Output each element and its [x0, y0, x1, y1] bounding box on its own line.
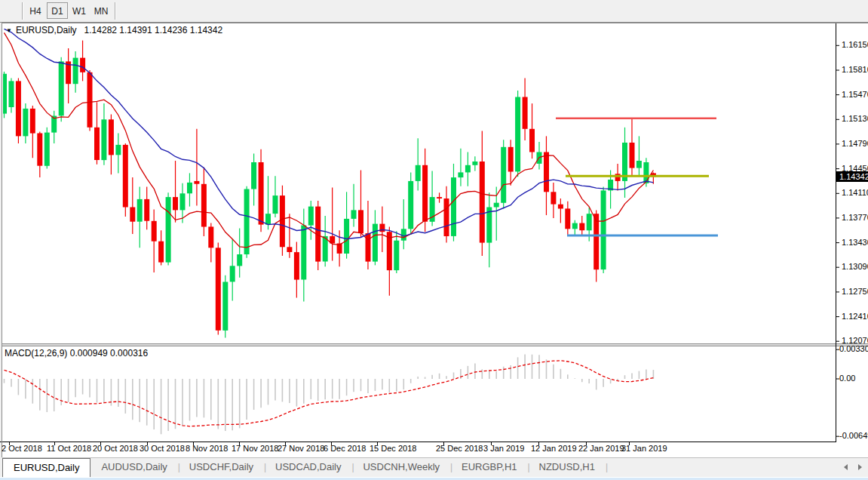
chart-title-ohlc: 1.14282 1.14391 1.14236 1.14342 — [84, 25, 223, 35]
date-axis-label: 17 Nov 2018 — [232, 444, 278, 453]
price-axis-label: 1.15470 — [842, 90, 868, 99]
price-axis-label: 1.13770 — [842, 213, 868, 222]
tab-scroll-arrows — [844, 464, 862, 470]
macd-axis-label: -0.00649 — [839, 431, 868, 440]
chart-tab-nzdusd-h1[interactable]: NZDUSD,H1 — [529, 458, 606, 477]
price-axis-label: 1.12410 — [842, 312, 868, 321]
macd-histogram — [5, 354, 654, 434]
date-axis-label: 25 Dec 2018 — [436, 444, 483, 453]
window-bottom-edge — [0, 477, 868, 480]
chart-tab-bar: EURUSD,DailyAUDUSD,Daily|USDCHF,Daily|US… — [2, 457, 868, 477]
date-axis-label: 20 Oct 2018 — [93, 444, 138, 453]
date-axis-label: 15 Dec 2018 — [370, 444, 416, 453]
date-axis-label: 6 Dec 2018 — [324, 444, 366, 453]
chart-tab-usdcnh-weekly[interactable]: USDCNH,Weekly — [352, 458, 450, 477]
current-price-tag: 1.14342 — [836, 171, 868, 182]
chart-tab-usdcad-daily[interactable]: USDCAD,Daily — [265, 458, 351, 477]
date-axis-label: 3 Jan 2019 — [483, 444, 524, 453]
macd-signal-line — [5, 361, 654, 426]
date-axis-label: 2 Oct 2018 — [2, 444, 42, 453]
price-axis-label: 1.15130 — [842, 114, 868, 123]
chart-menu-icon[interactable]: ▼ — [6, 27, 12, 34]
macd-values: 0.000949 0.000316 — [70, 348, 148, 358]
date-axis-label: 8 Nov 2018 — [186, 444, 228, 453]
macd-name: MACD(12,26,9) — [5, 348, 67, 358]
chart-tab-eurgbp-h1[interactable]: EURGBP,H1 — [451, 458, 527, 477]
price-axis-label: 1.12750 — [842, 287, 868, 296]
tab-scroll-right-icon[interactable] — [858, 464, 862, 470]
macd-axis-label: 0.003306 — [839, 344, 868, 353]
mt4-window: H4D1W1MN ▼EURUSD,Daily1.14282 1.14391 1.… — [0, 0, 868, 480]
chart-tab-audusd-daily[interactable]: AUDUSD,Daily — [90, 458, 177, 477]
date-axis-label: 11 Oct 2018 — [47, 444, 91, 453]
price-axis-label: 1.14110 — [842, 188, 868, 197]
date-axis-label: 27 Nov 2018 — [278, 444, 324, 453]
macd-label: MACD(12,26,9) 0.000949 0.000316 — [5, 348, 148, 358]
candles — [2, 41, 656, 338]
price-axis-label: 1.15810 — [842, 65, 868, 74]
price-chart[interactable] — [0, 0, 868, 480]
price-axis-label: 1.14790 — [842, 139, 868, 148]
price-pane[interactable] — [2, 29, 718, 337]
date-axis-label: 31 Jan 2019 — [621, 444, 667, 453]
price-axis-label: 1.16150 — [842, 40, 868, 49]
chart-tab-eurusd-daily[interactable]: EURUSD,Daily — [2, 458, 90, 477]
price-axis-label: 1.13430 — [842, 238, 868, 247]
tab-separator: | — [606, 458, 606, 477]
macd-pane[interactable] — [5, 354, 654, 434]
price-axis-label: 1.13090 — [842, 262, 868, 271]
chart-title-symbol: EURUSD,Daily — [16, 25, 77, 35]
date-axis-label: 30 Oct 2018 — [140, 444, 185, 453]
chart-title: ▼EURUSD,Daily1.14282 1.14391 1.14236 1.1… — [6, 25, 222, 35]
tab-scroll-left-icon[interactable] — [844, 464, 848, 470]
date-axis-label: 22 Jan 2019 — [578, 444, 624, 453]
chart-tab-usdchf-daily[interactable]: USDCHF,Daily — [179, 458, 264, 477]
macd-axis-label: 0.00 — [839, 374, 855, 383]
date-axis-label: 12 Jan 2019 — [531, 444, 577, 453]
